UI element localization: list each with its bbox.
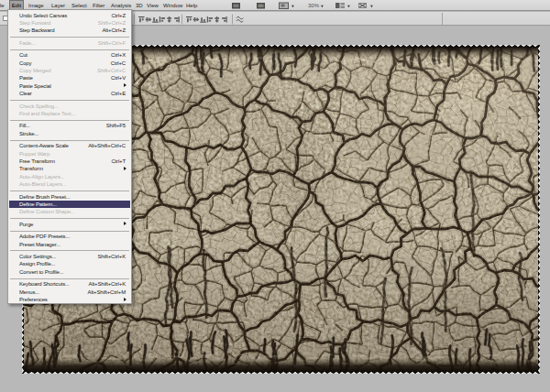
svg-text:30%: 30% — [308, 3, 320, 8]
